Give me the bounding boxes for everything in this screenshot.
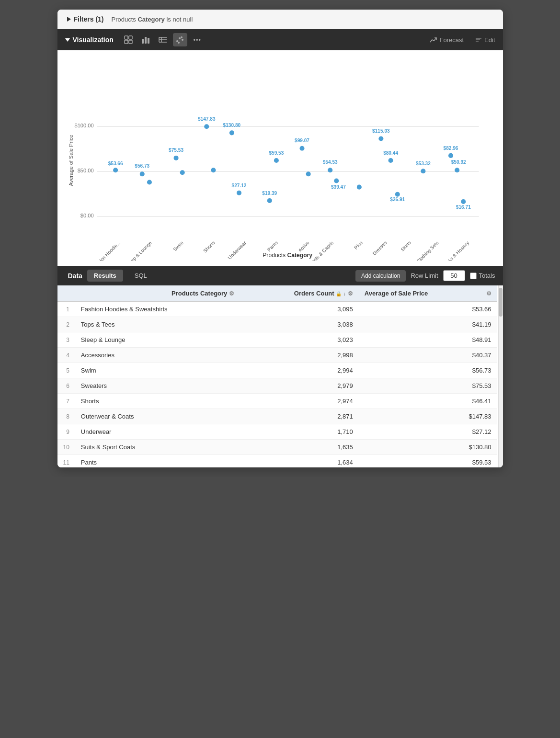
row-num: 4 [57,348,75,363]
svg-rect-6 [148,38,149,44]
svg-point-63 [334,178,339,183]
row-limit-input[interactable] [443,270,465,281]
col-header-orders-count: Orders Count 🔒 ↓ ⚙ [240,285,359,302]
row-orders-count: 3,023 [240,332,359,348]
more-options-button[interactable]: ••• [190,33,205,46]
data-title: Data [68,272,82,280]
bar-chart-icon [141,35,150,44]
tab-sql[interactable]: SQL [128,270,154,282]
edit-label: Edit [484,36,495,44]
row-num: 1 [57,302,75,317]
row-num: 7 [57,394,75,409]
table-row: 10 Suits & Sport Coats 1,635 $130.80 [57,440,497,455]
col-header-category: Products Category ⚙ [75,285,240,302]
svg-text:$54.53: $54.53 [322,159,337,165]
svg-point-45 [173,156,178,160]
viz-label-group: Visualization [65,36,114,44]
svg-point-15 [178,42,180,44]
svg-rect-3 [129,40,132,44]
chart-area: Average of Sale Price $0.00 $50.00 $100.… [57,50,503,266]
filters-arrow-icon [67,17,71,22]
table-view-button[interactable] [121,33,136,46]
row-category: Sleep & Lounge [75,332,240,348]
row-orders-count: 1,635 [240,440,359,455]
viz-icon-group: ••• [121,33,205,46]
orders-settings-icon[interactable]: ⚙ [348,290,353,297]
filters-toggle[interactable]: Filters (1) [67,15,104,23]
row-num: 9 [57,424,75,440]
svg-text:Socks & Hosiery: Socks & Hosiery [441,240,470,261]
svg-point-62 [328,168,332,172]
row-category: Accessories [75,348,240,363]
edit-button[interactable]: Edit [475,36,495,44]
svg-text:$75.53: $75.53 [169,148,183,153]
row-avg-price: $40.37 [359,348,497,363]
svg-point-48 [204,124,209,129]
add-calculation-button[interactable]: Add calculation [355,270,406,282]
row-num: 6 [57,378,75,394]
table-row: 1 Fashion Hoodies & Sweatshirts 3,095 $5… [57,302,497,317]
row-avg-price: $48.91 [359,332,497,348]
row-category: Suits & Sport Coats [75,440,240,455]
y-axis-label: Average of Sale Price [68,135,74,186]
forecast-button[interactable]: Forecast [430,36,464,44]
svg-rect-4 [142,39,144,44]
scroll-thumb[interactable] [499,288,503,317]
row-category: Fashion Hoodies & Sweatshirts [75,302,240,317]
svg-point-40 [113,168,118,172]
svg-point-13 [179,37,181,39]
viz-title: Visualization [73,36,114,44]
totals-checkbox[interactable] [470,272,477,279]
col-header-avg-price: Average of Sale Price ⚙ [359,285,497,302]
svg-text:$0.00: $0.00 [80,213,93,218]
svg-text:Products Category: Products Category [263,252,312,259]
svg-text:Swim: Swim [172,240,184,252]
row-num: 2 [57,317,75,332]
forecast-icon [430,36,437,43]
table-row: 6 Sweaters 2,979 $75.53 [57,378,497,394]
row-avg-price: $46.41 [359,394,497,409]
svg-text:$27.12: $27.12 [231,183,246,188]
svg-text:$50.92: $50.92 [451,159,466,165]
row-avg-price: $147.83 [359,409,497,424]
row-category: Pants [75,455,240,468]
svg-text:$147.83: $147.83 [197,116,215,122]
row-orders-count: 2,994 [240,363,359,378]
list-view-button[interactable] [156,33,170,46]
svg-point-12 [176,40,178,42]
viz-toolbar: Visualization [57,29,503,50]
scroll-track[interactable] [498,285,503,467]
row-category: Sweaters [75,378,240,394]
svg-text:$100.00: $100.00 [74,123,93,128]
svg-text:$16.71: $16.71 [456,204,470,210]
tab-results[interactable]: Results [87,270,123,282]
svg-point-70 [395,192,400,197]
category-settings-icon[interactable]: ⚙ [229,290,234,297]
svg-text:$59.53: $59.53 [269,150,284,156]
svg-point-55 [267,198,272,203]
table-row: 5 Swim 2,994 $56.73 [57,363,497,378]
svg-text:Skirts: Skirts [400,240,412,252]
bar-chart-button[interactable] [138,33,153,46]
svg-text:$80.44: $80.44 [383,150,398,156]
privacy-icon: 🔒 [336,291,342,296]
table-row: 4 Accessories 2,998 $40.37 [57,348,497,363]
row-category: Underwear [75,424,240,440]
svg-point-59 [299,146,304,151]
row-category: Shorts [75,394,240,409]
svg-point-53 [229,130,234,135]
avg-price-settings-icon[interactable]: ⚙ [486,290,491,297]
svg-point-75 [448,153,453,158]
svg-text:Shorts: Shorts [202,240,216,253]
totals-group: Totals [470,272,495,279]
scatter-view-button[interactable] [173,33,187,46]
row-avg-price: $41.19 [359,317,497,332]
svg-point-76 [455,168,459,172]
row-limit-label: Row Limit [411,272,438,279]
row-category: Outerwear & Coats [75,409,240,424]
more-icon: ••• [194,36,202,44]
chart-wrapper: Average of Sale Price $0.00 $50.00 $100.… [67,60,493,261]
row-orders-count: 1,710 [240,424,359,440]
row-avg-price: $75.53 [359,378,497,394]
svg-rect-1 [129,36,132,39]
